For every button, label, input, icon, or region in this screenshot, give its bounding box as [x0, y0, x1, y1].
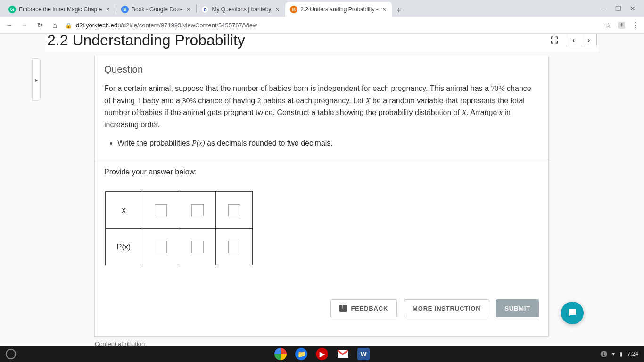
- taskbar-apps: 📁 ▶ W: [274, 348, 370, 360]
- tab-title: 2.2 Understanding Probability -: [300, 6, 378, 13]
- browser-tab-active[interactable]: B 2.2 Understanding Probability - ×: [285, 2, 392, 17]
- home-button[interactable]: ⌂: [50, 21, 59, 30]
- bookmark-star-icon[interactable]: ☆: [605, 21, 611, 30]
- close-window-icon[interactable]: ✕: [630, 5, 636, 12]
- forward-button[interactable]: →: [20, 21, 29, 30]
- chat-fab[interactable]: [561, 302, 584, 324]
- content-topbar: 2.2 Understanding Probability ‹ ›: [45, 34, 599, 52]
- pager-next[interactable]: ›: [581, 34, 596, 47]
- more-instruction-button[interactable]: MORE INSTRUCTION: [404, 299, 489, 317]
- system-tray[interactable]: 1 ▾ ▮ 7:24: [601, 351, 638, 357]
- table-row: P(x): [106, 229, 253, 265]
- chat-icon: [567, 307, 578, 319]
- address-bar[interactable]: 🔒 d2l.yorktech.edu/d2l/le/content/971993…: [65, 22, 599, 29]
- url-path: /d2l/le/content/971993/viewContent/54557…: [121, 22, 257, 29]
- content-attribution-link[interactable]: Content attribution: [95, 340, 145, 346]
- answer-prompt: Provide your answer below:: [95, 159, 548, 185]
- tab-title: Embrace the Inner Magic Chapte: [19, 6, 102, 13]
- extension-icon[interactable]: ↟: [618, 22, 625, 29]
- reload-button[interactable]: ↻: [35, 21, 44, 30]
- answer-table: x P(x): [105, 191, 253, 265]
- gmail-app-icon[interactable]: [337, 348, 349, 360]
- sidebar-expand-tab[interactable]: [32, 58, 41, 101]
- favicon-grammarly: G: [8, 6, 16, 13]
- input-x-1[interactable]: [155, 204, 167, 216]
- close-icon[interactable]: ×: [105, 6, 111, 13]
- tab-title: Book - Google Docs: [132, 6, 182, 13]
- input-px-2[interactable]: [191, 241, 204, 253]
- feedback-button[interactable]: FEEDBACK: [330, 299, 397, 317]
- input-px-1[interactable]: [155, 241, 167, 253]
- question-bullet-list: Write the probabilities P(x) as decimals…: [117, 139, 539, 148]
- table-row: x: [106, 192, 253, 229]
- feedback-icon: [339, 305, 347, 312]
- launcher-button[interactable]: [6, 349, 16, 359]
- os-taskbar: 📁 ▶ W 1 ▾ ▮ 7:24: [0, 346, 644, 362]
- word-app-icon[interactable]: W: [357, 348, 370, 360]
- pager-prev[interactable]: ‹: [566, 34, 581, 47]
- minimize-icon[interactable]: —: [600, 5, 607, 12]
- close-icon[interactable]: ×: [274, 6, 281, 13]
- question-text: For a certain animal, suppose that the n…: [104, 82, 539, 131]
- question-bullet: Write the probabilities P(x) as decimals…: [117, 139, 539, 148]
- browser-tab[interactable]: b My Questions | bartleby ×: [197, 2, 285, 17]
- youtube-app-icon[interactable]: ▶: [316, 348, 328, 360]
- row-header-x: x: [106, 192, 142, 229]
- question-card: Question For a certain animal, suppose t…: [94, 56, 549, 337]
- browser-tab-strip: G Embrace the Inner Magic Chapte × ≡ Boo…: [0, 0, 644, 17]
- input-px-3[interactable]: [228, 241, 240, 253]
- lock-icon: 🔒: [65, 22, 72, 29]
- close-icon[interactable]: ×: [381, 6, 388, 13]
- favicon-d2l: B: [290, 6, 297, 13]
- favicon-docs: ≡: [121, 6, 129, 13]
- page-title: 2.2 Understanding Probability: [47, 34, 245, 49]
- question-heading: Question: [104, 64, 539, 75]
- clock: 7:24: [627, 351, 638, 357]
- action-row: FEEDBACK MORE INSTRUCTION SUBMIT: [330, 299, 539, 317]
- close-icon[interactable]: ×: [185, 6, 191, 13]
- fullscreen-icon[interactable]: [550, 35, 559, 45]
- restore-icon[interactable]: ❐: [615, 5, 621, 12]
- browser-tab[interactable]: G Embrace the Inner Magic Chapte ×: [4, 2, 116, 17]
- browser-toolbar: ← → ↻ ⌂ 🔒 d2l.yorktech.edu/d2l/le/conten…: [0, 17, 644, 34]
- window-controls: — ❐ ✕: [600, 5, 640, 12]
- input-x-3[interactable]: [228, 204, 240, 216]
- url-domain: d2l.yorktech.edu: [76, 22, 121, 29]
- menu-icon[interactable]: ⋮: [632, 21, 639, 30]
- submit-button[interactable]: SUBMIT: [496, 299, 539, 317]
- notification-badge[interactable]: 1: [601, 351, 607, 357]
- tab-title: My Questions | bartleby: [212, 6, 271, 13]
- browser-tab[interactable]: ≡ Book - Google Docs ×: [116, 2, 196, 17]
- chrome-app-icon[interactable]: [274, 348, 287, 360]
- page-viewport: 2.2 Understanding Probability ‹ › Questi…: [0, 34, 644, 346]
- row-header-px: P(x): [106, 229, 142, 265]
- input-x-2[interactable]: [191, 204, 204, 216]
- wifi-icon: ▾: [612, 351, 615, 357]
- favicon-bartleby: b: [201, 6, 209, 13]
- battery-icon: ▮: [619, 351, 623, 357]
- back-button[interactable]: ←: [5, 21, 14, 30]
- new-tab-button[interactable]: +: [392, 4, 405, 17]
- files-app-icon[interactable]: 📁: [295, 348, 307, 360]
- pager: ‹ ›: [566, 34, 597, 47]
